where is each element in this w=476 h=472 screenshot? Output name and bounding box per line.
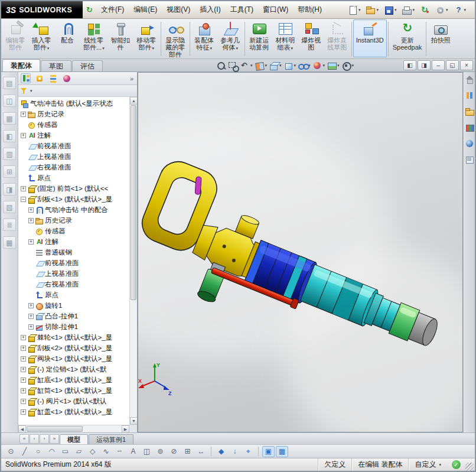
filter-funnel-icon[interactable] bbox=[21, 87, 28, 95]
pane-right-icon[interactable]: ◨ bbox=[418, 60, 431, 70]
sketch-text-tool[interactable]: A bbox=[127, 446, 139, 457]
expand-icon[interactable]: + bbox=[28, 324, 34, 330]
bill-of-materials-button[interactable]: 材料明细表 bbox=[272, 19, 298, 57]
tree-item[interactable]: +历史记录 bbox=[18, 215, 129, 226]
propertymanager-tab[interactable] bbox=[34, 73, 44, 83]
view-palette-tab[interactable] bbox=[465, 123, 474, 132]
expand-icon[interactable]: + bbox=[21, 356, 26, 362]
show-hidden-components-button[interactable]: 显示隐藏的零部件 bbox=[162, 19, 188, 57]
open-button[interactable] bbox=[364, 3, 380, 17]
restore-window-icon[interactable]: ◱ bbox=[446, 60, 459, 70]
sketch-spline-tool[interactable]: ∿ bbox=[100, 446, 112, 457]
tab-evaluate[interactable]: 评估 bbox=[72, 60, 103, 71]
view-cube-tool[interactable]: ◆ bbox=[215, 446, 227, 457]
tree-item[interactable]: 传感器 bbox=[18, 226, 129, 236]
tree-item[interactable]: +注解 bbox=[18, 236, 129, 247]
tree-item[interactable]: +注解 bbox=[18, 130, 129, 141]
menu-tools[interactable]: 工具(T) bbox=[226, 1, 258, 18]
prev-tab-button[interactable]: ‹ bbox=[30, 434, 39, 444]
explode-line-sketch-button[interactable]: 爆炸直线草图 bbox=[324, 19, 350, 57]
graphics-viewport[interactable]: Y X Z bbox=[138, 72, 463, 432]
docked-tool-1-button[interactable]: ▤ bbox=[3, 77, 16, 89]
custom-properties-tab[interactable] bbox=[465, 155, 474, 164]
save-button[interactable] bbox=[382, 3, 399, 17]
tree-item[interactable]: 原点 bbox=[18, 172, 129, 183]
menu-help[interactable]: 帮助(H) bbox=[293, 1, 327, 18]
expand-icon[interactable]: + bbox=[21, 399, 26, 404]
next-tab-button[interactable]: › bbox=[40, 434, 49, 444]
docked-tool-4-button[interactable]: ◧ bbox=[3, 130, 16, 142]
expand-icon[interactable]: + bbox=[21, 186, 26, 191]
menu-window[interactable]: 窗口(W) bbox=[258, 1, 293, 18]
view-orientation-button[interactable] bbox=[268, 60, 282, 71]
menu-edit[interactable]: 编辑(E) bbox=[129, 1, 162, 18]
tree-item[interactable]: +阀块<1> (默认<默认>_显 bbox=[18, 353, 129, 364]
expand-icon[interactable]: + bbox=[21, 409, 26, 415]
sketch-polygon-tool[interactable]: ◇ bbox=[86, 446, 99, 457]
resize-grip[interactable] bbox=[465, 463, 474, 471]
sketch-offset-tool[interactable]: ⊚ bbox=[154, 446, 167, 457]
motion-study-tab[interactable]: 运动算例1 bbox=[89, 434, 133, 444]
tree-item[interactable]: 原点 bbox=[18, 289, 129, 300]
tab-sketch[interactable]: 草图 bbox=[41, 60, 71, 71]
tree-item[interactable]: +(-) 阀片<1> (默认<默认 bbox=[18, 396, 129, 406]
section-view-button[interactable] bbox=[254, 60, 268, 71]
sketch-ellipse-tool[interactable]: ○ bbox=[32, 446, 44, 457]
docked-tool-2-button[interactable]: ◫ bbox=[3, 95, 16, 107]
rebuild-button[interactable] bbox=[418, 3, 432, 17]
design-library-tab[interactable] bbox=[465, 91, 474, 100]
customize-dropdown[interactable]: 自定义 bbox=[408, 458, 447, 471]
scroll-thumb[interactable] bbox=[27, 426, 83, 432]
sketch-mirror-tool[interactable]: ◫ bbox=[141, 446, 153, 457]
sketch-rectangle-tool[interactable]: ▭ bbox=[59, 446, 71, 457]
instant3d-button[interactable]: Instant3D bbox=[353, 19, 387, 57]
sketch-centerline-tool[interactable]: ╌ bbox=[113, 446, 126, 457]
docked-tool-10-button[interactable]: ▩ bbox=[3, 236, 16, 249]
last-tab-button[interactable]: » bbox=[50, 434, 59, 444]
file-explorer-tab[interactable] bbox=[465, 107, 474, 116]
expand-icon[interactable]: + bbox=[21, 377, 26, 383]
menu-view[interactable]: 视图(V) bbox=[162, 1, 195, 18]
tab-assembly[interactable]: 装配体 bbox=[2, 59, 40, 71]
tree-item[interactable]: 右视基准面 bbox=[18, 279, 129, 289]
tree-item[interactable]: +旋转1 bbox=[18, 300, 129, 311]
sketch-line-tool[interactable]: ╱ bbox=[18, 446, 31, 457]
insert-components-button[interactable]: 插入零部件 bbox=[28, 19, 54, 57]
tree-item[interactable]: 传感器 bbox=[18, 119, 129, 130]
zoom-fit-button[interactable] bbox=[216, 60, 227, 71]
tree-item[interactable]: +(固定) 前筒<1> (默认<< bbox=[18, 183, 129, 194]
smart-fasteners-button[interactable]: 智能扣件 bbox=[107, 19, 133, 57]
tree-item[interactable]: 上视基准面 bbox=[18, 268, 129, 279]
expand-icon[interactable]: + bbox=[21, 388, 26, 393]
tree-item[interactable]: 前视基准面 bbox=[18, 258, 129, 268]
expand-icon[interactable]: + bbox=[28, 303, 34, 308]
new-motion-study-button[interactable]: 新建运动算例 bbox=[246, 19, 272, 57]
tree-item[interactable]: +缸筒<1> (默认<默认>_显 bbox=[18, 385, 129, 396]
docked-tool-3-button[interactable]: ▦ bbox=[3, 112, 16, 125]
expand-icon[interactable]: + bbox=[28, 207, 34, 213]
zoom-select-tool[interactable]: ⌖ bbox=[242, 446, 255, 457]
tree-item[interactable]: +凸台-拉伸1 bbox=[18, 311, 129, 321]
scroll-thumb[interactable] bbox=[131, 105, 136, 300]
edit-appearance-button[interactable] bbox=[312, 60, 326, 71]
tree-item[interactable]: +棘轮<1> (默认<默认>_显 bbox=[18, 332, 129, 343]
close-window-icon[interactable]: × bbox=[460, 60, 473, 70]
tree-item[interactable]: +(-) 定位销<1> (默认<默 bbox=[18, 364, 129, 375]
tree-item[interactable]: +气动冲击钻 中的配合 bbox=[18, 204, 129, 215]
help-button[interactable] bbox=[451, 3, 468, 17]
sketch-arc-tool[interactable]: ◠ bbox=[45, 446, 58, 457]
expand-icon[interactable]: + bbox=[28, 314, 34, 319]
print-button[interactable] bbox=[400, 3, 416, 17]
sketch-move-tool[interactable]: ↔ bbox=[195, 446, 207, 457]
configurationmanager-tab[interactable] bbox=[48, 73, 58, 83]
tree-item[interactable]: 前视基准面 bbox=[18, 141, 129, 151]
tree-item[interactable]: 上视基准面 bbox=[18, 151, 129, 162]
tree-item[interactable]: +刮板<2> (默认<默认>_显 bbox=[18, 343, 129, 353]
model-tab[interactable]: 模型 bbox=[60, 434, 88, 444]
tree-item[interactable]: +缸底<1> (默认<默认>_显 bbox=[18, 375, 129, 385]
displaymanager-tab[interactable] bbox=[61, 73, 71, 83]
header-overflow-chevron[interactable]: » bbox=[130, 75, 135, 82]
filter-caret-icon[interactable] bbox=[30, 89, 32, 93]
pane-left-icon[interactable]: ◧ bbox=[403, 60, 416, 70]
rapid-sketch-toggle[interactable]: ▦ bbox=[276, 446, 288, 457]
